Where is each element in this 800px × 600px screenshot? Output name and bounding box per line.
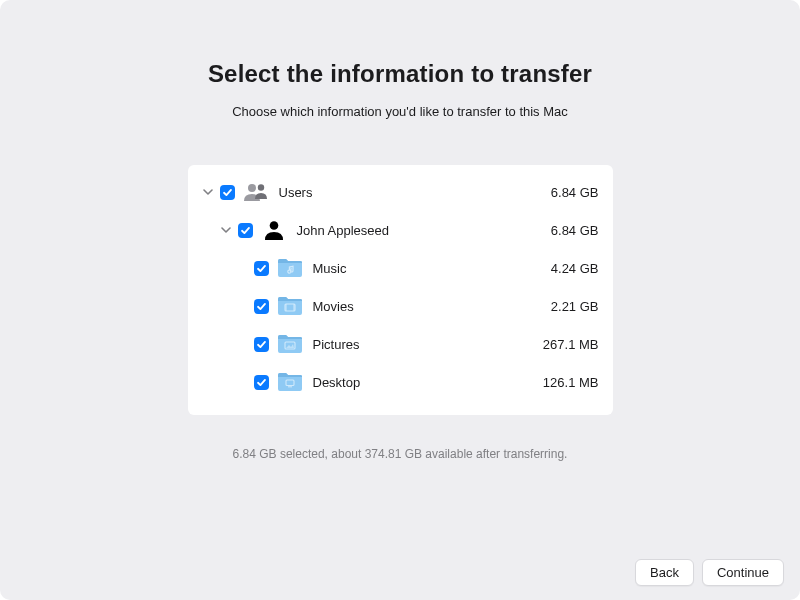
- tree-row-users[interactable]: Users 6.84 GB: [202, 173, 599, 211]
- svg-point-2: [269, 221, 278, 230]
- checkbox-music[interactable]: [254, 261, 269, 276]
- content-area: Select the information to transfer Choos…: [0, 0, 800, 600]
- footer-buttons: Back Continue: [619, 547, 800, 600]
- checkbox-movies[interactable]: [254, 299, 269, 314]
- tree-size: 267.1 MB: [533, 337, 599, 352]
- tree-label: Music: [313, 261, 347, 276]
- svg-rect-5: [293, 304, 295, 311]
- page-subtitle: Choose which information you'd like to t…: [232, 104, 568, 119]
- folder-desktop-icon: [275, 371, 305, 393]
- continue-button[interactable]: Continue: [702, 559, 784, 586]
- folder-movies-icon: [275, 295, 305, 317]
- checkbox-desktop[interactable]: [254, 375, 269, 390]
- tree-size: 4.24 GB: [541, 261, 599, 276]
- svg-rect-4: [285, 304, 287, 311]
- tree-size: 126.1 MB: [533, 375, 599, 390]
- tree-row-music[interactable]: Music 4.24 GB: [202, 249, 599, 287]
- transfer-tree-panel: Users 6.84 GB John Appleseed 6.84 GB: [188, 165, 613, 415]
- folder-music-icon: [275, 257, 305, 279]
- checkbox-user-john[interactable]: [238, 223, 253, 238]
- users-group-icon: [241, 182, 271, 202]
- tree-row-user-john[interactable]: John Appleseed 6.84 GB: [202, 211, 599, 249]
- back-button[interactable]: Back: [635, 559, 694, 586]
- checkbox-pictures[interactable]: [254, 337, 269, 352]
- page-title: Select the information to transfer: [208, 60, 592, 88]
- user-silhouette-icon: [259, 220, 289, 240]
- chevron-down-icon[interactable]: [202, 186, 214, 198]
- migration-assistant-window: Select the information to transfer Choos…: [0, 0, 800, 600]
- tree-row-movies[interactable]: Movies 2.21 GB: [202, 287, 599, 325]
- svg-point-1: [257, 184, 263, 190]
- tree-label: Movies: [313, 299, 354, 314]
- tree-label: Users: [279, 185, 313, 200]
- tree-label: Pictures: [313, 337, 360, 352]
- tree-label: John Appleseed: [297, 223, 390, 238]
- tree-label: Desktop: [313, 375, 361, 390]
- tree-row-pictures[interactable]: Pictures 267.1 MB: [202, 325, 599, 363]
- chevron-down-icon[interactable]: [220, 224, 232, 236]
- folder-pictures-icon: [275, 333, 305, 355]
- svg-point-0: [248, 184, 256, 192]
- tree-size: 6.84 GB: [541, 185, 599, 200]
- tree-size: 2.21 GB: [541, 299, 599, 314]
- tree-size: 6.84 GB: [541, 223, 599, 238]
- svg-rect-8: [288, 386, 292, 388]
- tree-row-desktop[interactable]: Desktop 126.1 MB: [202, 363, 599, 401]
- status-text: 6.84 GB selected, about 374.81 GB availa…: [233, 447, 568, 461]
- checkbox-users[interactable]: [220, 185, 235, 200]
